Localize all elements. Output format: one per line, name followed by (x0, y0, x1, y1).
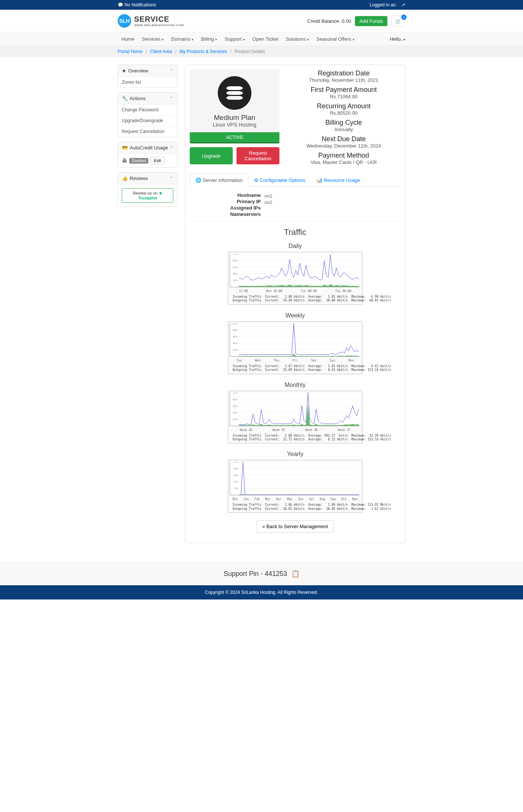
sidebar: ★Overview Zones list 🔧Actions Change Pas… (118, 65, 177, 543)
tab-resource-usage[interactable]: 📊 Resource Usage (311, 174, 365, 186)
nav-item-home[interactable]: Home (118, 32, 138, 46)
tab-config-options[interactable]: ⚙ Configurable Options (248, 174, 311, 186)
nav-item-seasonal-offers[interactable]: Seasonal Offers ▾ (313, 32, 358, 46)
edit-button[interactable]: Edit (151, 157, 164, 164)
info-label: First Payment Amount (287, 86, 400, 94)
info-label: Recurring Amount (287, 102, 400, 110)
ns-label: Nameservers (190, 211, 261, 217)
chart-weekly: 22 k44 k66 k88 k110 kTueWedThuFriSatSunM… (228, 321, 362, 374)
svg-text:70 k: 70 k (233, 254, 238, 255)
assigned-label: Assigned IPs (190, 205, 261, 211)
add-funds-button[interactable]: Add Funds (355, 16, 387, 26)
svg-text:28 k: 28 k (233, 272, 238, 275)
panel-autocredit: 💳AutoCredit Usage 🖶 Disabled Edit (118, 142, 177, 168)
info-label: Next Due Date (287, 135, 400, 143)
panel-header-overview[interactable]: ★Overview (118, 65, 177, 77)
logo-subtext: WWW.SRILANKAHOSTING.COM (134, 24, 184, 27)
panel-header-autocredit[interactable]: 💳AutoCredit Usage (118, 142, 177, 154)
svg-text:40 k: 40 k (233, 398, 238, 400)
wrench-icon: 🔧 (122, 96, 128, 101)
cancel-button[interactable]: Request Cancellation (236, 147, 279, 164)
nav-item-solutions[interactable]: Solutions ▾ (282, 32, 313, 46)
chart-title: Daily (190, 243, 400, 250)
svg-text:4 M: 4 M (233, 467, 238, 470)
svg-text:88 k: 88 k (233, 328, 238, 331)
panel-overview: ★Overview Zones list (118, 65, 177, 88)
breadcrumb-products[interactable]: My Products & Services (179, 49, 227, 54)
nav-item-domains[interactable]: Domains ▾ (167, 32, 197, 46)
chart-daily: 14 k28 k42 k56 k70 k12:00Mon 18:00Tue 00… (228, 252, 362, 305)
chart-yearly: 1 M2 M3 M4 M5 MDecJanFebMarAprMayJunJulA… (228, 460, 362, 513)
logo[interactable]: SLH SERVICE WWW.SRILANKAHOSTING.COM (118, 14, 184, 28)
ns1-value: ns1 (264, 193, 272, 199)
copy-icon[interactable]: 📋 (291, 570, 300, 577)
topbar: 💬 No Notifications Logged in as: ↗ (0, 0, 523, 10)
sidebar-item-upgrade[interactable]: Upgrade/Downgrade (118, 115, 177, 126)
logged-in-label: Logged in as: (370, 2, 397, 7)
status-badge: Disabled (129, 158, 148, 164)
svg-text:44 k: 44 k (233, 342, 238, 344)
chart-title: Yearly (190, 451, 400, 458)
svg-text:22 k: 22 k (233, 348, 238, 351)
svg-text:5 M: 5 M (233, 462, 238, 463)
chevron-icon (170, 96, 173, 101)
external-icon[interactable]: ↗ (402, 2, 405, 7)
cart-button[interactable]: 🛒 0 (391, 16, 405, 27)
panel-header-actions[interactable]: 🔧Actions (118, 93, 177, 105)
panel-reviews: 👍Reviews Review us on ★ Trustpilot (118, 172, 177, 207)
nav-item-support[interactable]: Support ▾ (221, 32, 248, 46)
status-bar: ACTIVE (190, 132, 279, 143)
chart-monthly: 10 k20 k30 k40 k50 kWeek 44Week 45Week 4… (228, 391, 362, 444)
info-value: Visa, Master Cards / QR - LKR (287, 159, 400, 165)
product-card: Medium Plan Linux VPS Hosting ACTIVE (190, 69, 279, 143)
header: SLH SERVICE WWW.SRILANKAHOSTING.COM Cred… (0, 10, 523, 32)
svg-text:42 k: 42 k (233, 266, 238, 268)
svg-text:50 k: 50 k (233, 393, 238, 394)
nav-item-billing[interactable]: Billing ▾ (197, 32, 221, 46)
plan-subtitle: Linux VPS Hosting (190, 122, 279, 128)
info-label: Billing Cycle (287, 119, 400, 127)
sidebar-item-cancel[interactable]: Request Cancellation (118, 126, 177, 137)
svg-text:56 k: 56 k (233, 259, 238, 262)
chart-title: Weekly (190, 312, 400, 319)
svg-text:20 k: 20 k (233, 411, 238, 414)
nav-item-services[interactable]: Services ▾ (138, 32, 167, 46)
chevron-icon (170, 176, 173, 181)
tabs: 🌐 Server Information ⚙ Configurable Opti… (190, 174, 400, 187)
upgrade-button[interactable]: Upgrade (190, 147, 233, 164)
chevron-icon (170, 145, 173, 151)
panel-actions: 🔧Actions Change Password Upgrade/Downgra… (118, 92, 177, 137)
print-icon: 🖶 (122, 158, 127, 164)
credit-balance: Credit Balance: 0.00 (307, 18, 351, 24)
sidebar-item-changepw[interactable]: Change Password (118, 105, 177, 115)
star-icon: ★ (122, 68, 126, 74)
svg-text:110 k: 110 k (232, 323, 238, 325)
logo-text: SERVICE (134, 15, 184, 24)
breadcrumb-client[interactable]: Client Area (150, 49, 172, 54)
panel-header-reviews[interactable]: 👍Reviews (118, 173, 177, 185)
cart-badge: 0 (401, 15, 406, 20)
info-label: Registration Date (287, 69, 400, 77)
breadcrumb: Portal Home / Client Area / My Products … (0, 46, 523, 57)
support-pin: Support Pin - 441253 📋 (0, 562, 523, 585)
credit-icon: 💳 (122, 145, 128, 151)
chevron-down-icon[interactable]: ▾ (403, 38, 405, 41)
info-value: Wednesday, December 11th, 2024 (287, 143, 400, 149)
notifications-link[interactable]: 💬 No Notifications (118, 2, 156, 7)
info-value: Thursday, November 11th, 2021 (287, 77, 400, 83)
ip-label: Primary IP (190, 199, 261, 204)
svg-text:30 k: 30 k (233, 405, 238, 407)
back-button[interactable]: « Back to Server Management (257, 520, 334, 533)
tab-server-info[interactable]: 🌐 Server Information (190, 174, 248, 187)
traffic-title: Traffic (190, 227, 400, 237)
ns2-value: ns2 (264, 199, 272, 205)
svg-text:14 k: 14 k (233, 279, 238, 282)
chart-title: Monthly (190, 382, 400, 388)
nav-item-open-ticket[interactable]: Open Ticket (249, 32, 282, 46)
trustpilot-button[interactable]: Review us on ★ Trustpilot (122, 188, 173, 203)
sidebar-item-zones[interactable]: Zones list (118, 77, 177, 87)
info-value: Rs.80520.00 (287, 110, 400, 116)
navbar: HomeServices ▾Domains ▾Billing ▾Support … (0, 32, 523, 46)
info-label: Payment Method (287, 152, 400, 159)
breadcrumb-portal[interactable]: Portal Home (118, 49, 143, 54)
